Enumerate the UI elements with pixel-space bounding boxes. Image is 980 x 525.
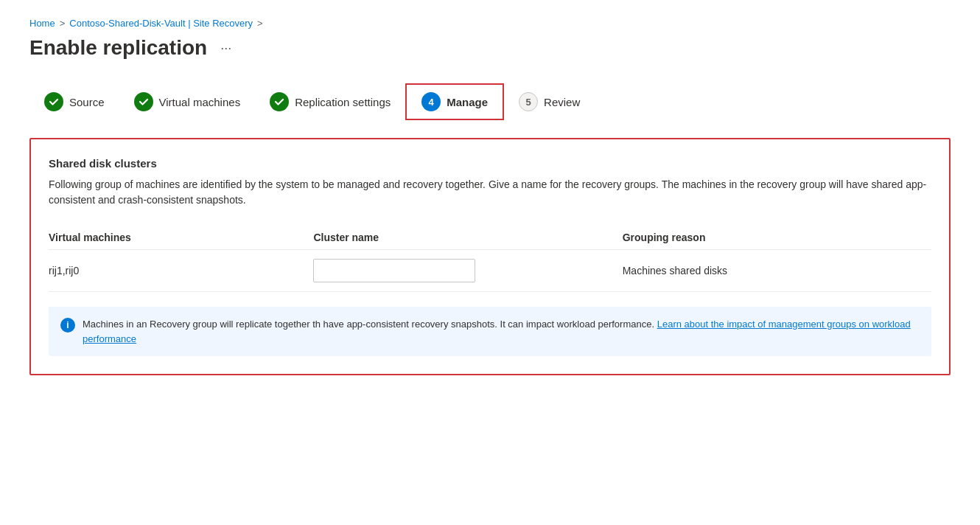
section-title: Shared disk clusters <box>49 157 931 170</box>
breadcrumb: Home > Contoso-Shared-Disk-Vault | Site … <box>29 18 951 29</box>
step-label-manage: Manage <box>447 96 488 108</box>
step-label-replication-settings: Replication settings <box>295 96 391 108</box>
page-title-row: Enable replication ··· <box>29 36 951 60</box>
step-source[interactable]: Source <box>29 85 119 119</box>
cluster-name-input[interactable] <box>313 259 475 282</box>
table-header-vm: Virtual machines <box>49 226 313 250</box>
step-icon-replication-settings <box>270 92 289 111</box>
step-icon-source <box>44 92 63 111</box>
step-label-review: Review <box>544 96 580 108</box>
cluster-table: Virtual machines Cluster name Grouping r… <box>49 226 931 292</box>
info-text-main: Machines in an Recovery group will repli… <box>83 319 654 330</box>
page-title: Enable replication <box>29 36 207 60</box>
steps-row: Source Virtual machines Replication sett… <box>29 83 951 120</box>
info-box: i Machines in an Recovery group will rep… <box>49 307 931 356</box>
more-options-button[interactable]: ··· <box>214 38 237 59</box>
table-header-cluster-name: Cluster name <box>313 226 622 250</box>
info-text: Machines in an Recovery group will repli… <box>83 317 920 346</box>
table-row: rij1,rij0 Machines shared disks <box>49 250 931 292</box>
step-manage[interactable]: 4 Manage <box>405 83 504 120</box>
step-replication-settings[interactable]: Replication settings <box>255 85 405 119</box>
table-cell-vm: rij1,rij0 <box>49 250 313 292</box>
breadcrumb-separator-2: > <box>257 18 263 29</box>
step-icon-review: 5 <box>519 92 538 111</box>
step-icon-manage: 4 <box>421 92 441 111</box>
section-description: Following group of machines are identifi… <box>49 177 931 208</box>
step-label-virtual-machines: Virtual machines <box>159 96 241 108</box>
table-cell-grouping-reason: Machines shared disks <box>623 250 931 292</box>
step-virtual-machines[interactable]: Virtual machines <box>119 85 256 119</box>
breadcrumb-separator-1: > <box>60 18 66 29</box>
page-container: Home > Contoso-Shared-Disk-Vault | Site … <box>0 0 980 393</box>
main-content: Shared disk clusters Following group of … <box>29 138 951 375</box>
table-header-grouping-reason: Grouping reason <box>623 226 931 250</box>
step-icon-virtual-machines <box>134 92 153 111</box>
breadcrumb-home[interactable]: Home <box>29 18 55 29</box>
breadcrumb-vault[interactable]: Contoso-Shared-Disk-Vault | Site Recover… <box>69 18 253 29</box>
step-label-source: Source <box>69 96 105 108</box>
info-icon: i <box>60 318 75 333</box>
step-review[interactable]: 5 Review <box>504 85 595 119</box>
table-cell-cluster-name <box>313 250 622 292</box>
